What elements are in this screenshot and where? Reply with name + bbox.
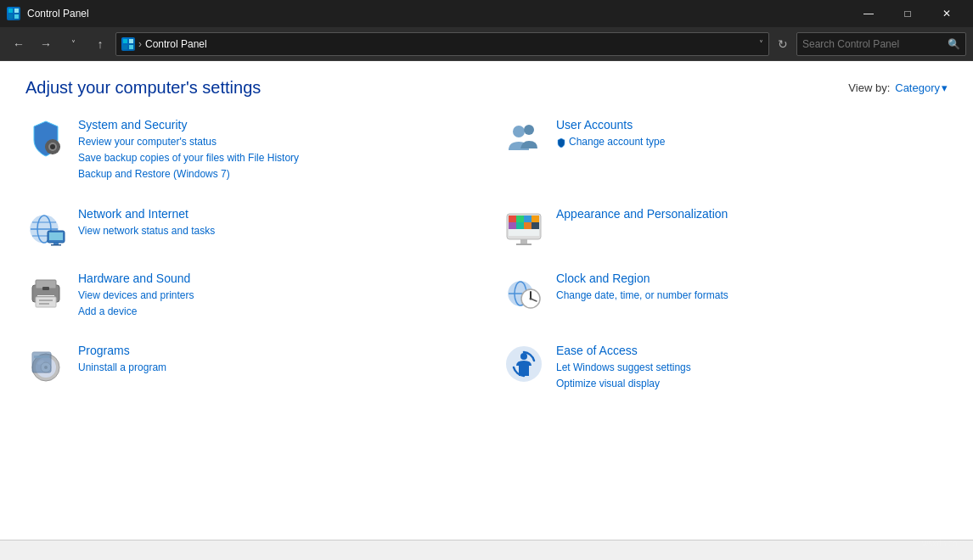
svg-rect-29	[516, 216, 524, 222]
user-accounts-icon	[503, 118, 544, 159]
svg-rect-14	[57, 146, 60, 148]
svg-rect-35	[531, 222, 539, 229]
svg-rect-43	[39, 303, 49, 305]
window-title: Control Panel	[27, 8, 89, 20]
svg-rect-41	[36, 297, 56, 307]
hardware-sound-icon	[25, 272, 66, 312]
svg-rect-33	[516, 222, 524, 229]
programs-link-1[interactable]: Uninstall a program	[78, 360, 166, 376]
ease-of-access-title[interactable]: Ease of Access	[556, 344, 691, 357]
system-security-link-1[interactable]: Review your computer's status	[78, 134, 299, 150]
category-user-accounts: User Accounts Change account type	[503, 118, 948, 183]
system-security-icon	[25, 118, 66, 159]
address-dropdown-button[interactable]: ˅	[759, 39, 763, 48]
ease-of-access-text: Ease of Access Let Windows suggest setti…	[556, 344, 691, 392]
category-hardware-sound: Hardware and Sound View devices and prin…	[25, 272, 470, 320]
svg-rect-24	[53, 243, 59, 244]
ease-of-access-link-1[interactable]: Let Windows suggest settings	[556, 360, 691, 376]
category-system-security: System and Security Review your computer…	[25, 118, 470, 183]
programs-title[interactable]: Programs	[78, 344, 166, 357]
appearance-title[interactable]: Appearance and Personalization	[556, 207, 728, 221]
programs-text: Programs Uninstall a program	[78, 344, 166, 376]
address-bar[interactable]: › Control Panel ˅	[115, 32, 769, 56]
svg-rect-4	[123, 39, 127, 43]
ease-of-access-icon	[503, 344, 544, 384]
svg-rect-45	[37, 295, 54, 296]
clock-region-text: Clock and Region Change date, time, or n…	[556, 272, 728, 304]
refresh-button[interactable]: ↻	[773, 34, 793, 54]
svg-rect-3	[14, 14, 19, 19]
address-bar-icon	[121, 37, 135, 51]
clock-region-title[interactable]: Clock and Region	[556, 272, 728, 285]
user-accounts-link-1[interactable]: Change account type	[556, 134, 665, 150]
nav-bar: ← → ˅ ↑ › Control Panel ˅ ↻ 🔍	[0, 27, 973, 61]
category-clock-region: Clock and Region Change date, time, or n…	[503, 272, 948, 320]
svg-rect-59	[34, 356, 49, 358]
svg-rect-5	[129, 39, 133, 43]
svg-rect-44	[42, 287, 49, 290]
svg-rect-6	[123, 45, 127, 49]
search-box[interactable]: 🔍	[796, 32, 966, 56]
maximize-button[interactable]: □	[888, 0, 927, 27]
svg-rect-42	[39, 300, 53, 301]
page-title: Adjust your computer's settings	[25, 78, 261, 98]
hardware-sound-link-1[interactable]: View devices and printers	[78, 288, 194, 304]
address-text: Control Panel	[145, 38, 756, 50]
network-internet-title[interactable]: Network and Internet	[78, 207, 215, 221]
svg-rect-13	[45, 146, 48, 148]
clock-region-icon	[503, 272, 544, 312]
view-by-arrow: ▾	[942, 81, 948, 94]
svg-rect-37	[520, 239, 527, 244]
app-icon	[7, 7, 20, 20]
svg-point-16	[524, 125, 534, 135]
hardware-sound-text: Hardware and Sound View devices and prin…	[78, 272, 194, 320]
network-internet-icon	[25, 207, 66, 248]
search-input[interactable]	[802, 38, 944, 50]
system-security-link-2[interactable]: Save backup copies of your files with Fi…	[78, 150, 299, 166]
main-content: Adjust your computer's settings View by:…	[0, 61, 973, 540]
svg-rect-1	[14, 8, 19, 13]
svg-rect-28	[509, 216, 516, 222]
category-programs: Programs Uninstall a program	[25, 344, 470, 392]
back-button[interactable]: ←	[7, 32, 31, 56]
close-button[interactable]: ✕	[927, 0, 966, 27]
category-ease-of-access: Ease of Access Let Windows suggest setti…	[503, 344, 948, 392]
svg-rect-12	[52, 151, 53, 154]
network-internet-text: Network and Internet View network status…	[78, 207, 215, 239]
hardware-sound-link-2[interactable]: Add a device	[78, 304, 194, 320]
forward-button[interactable]: →	[34, 32, 58, 56]
programs-icon	[25, 344, 66, 384]
hardware-sound-title[interactable]: Hardware and Sound	[78, 272, 194, 285]
title-bar: Control Panel — □ ✕	[0, 0, 973, 27]
user-accounts-title[interactable]: User Accounts	[556, 118, 665, 132]
svg-rect-25	[51, 244, 61, 246]
up-button[interactable]: ↑	[88, 32, 112, 56]
svg-rect-32	[509, 222, 516, 229]
category-appearance: Appearance and Personalization	[503, 207, 948, 248]
network-internet-link-1[interactable]: View network status and tasks	[78, 223, 215, 239]
svg-rect-58	[32, 352, 51, 372]
svg-rect-11	[52, 139, 53, 143]
svg-point-10	[50, 144, 55, 149]
search-icon[interactable]: 🔍	[948, 38, 960, 50]
ease-of-access-link-2[interactable]: Optimize visual display	[556, 376, 691, 392]
recent-button[interactable]: ˅	[61, 32, 85, 56]
appearance-text: Appearance and Personalization	[556, 207, 728, 223]
svg-rect-7	[129, 45, 133, 49]
minimize-button[interactable]: —	[849, 0, 888, 27]
appearance-icon	[503, 207, 544, 248]
categories-grid: System and Security Review your computer…	[25, 118, 948, 392]
status-bar	[0, 540, 973, 560]
category-network-internet: Network and Internet View network status…	[25, 207, 470, 248]
system-security-text: System and Security Review your computer…	[78, 118, 299, 183]
svg-rect-2	[8, 14, 13, 19]
system-security-title[interactable]: System and Security	[78, 118, 299, 132]
svg-point-15	[513, 126, 525, 137]
clock-region-link-1[interactable]: Change date, time, or number formats	[556, 288, 728, 304]
svg-rect-36	[509, 229, 539, 236]
view-by-link[interactable]: Category ▾	[895, 81, 948, 94]
view-by-label: View by:	[848, 81, 890, 94]
svg-rect-34	[524, 222, 531, 229]
svg-rect-30	[524, 216, 531, 222]
system-security-link-3[interactable]: Backup and Restore (Windows 7)	[78, 166, 299, 182]
